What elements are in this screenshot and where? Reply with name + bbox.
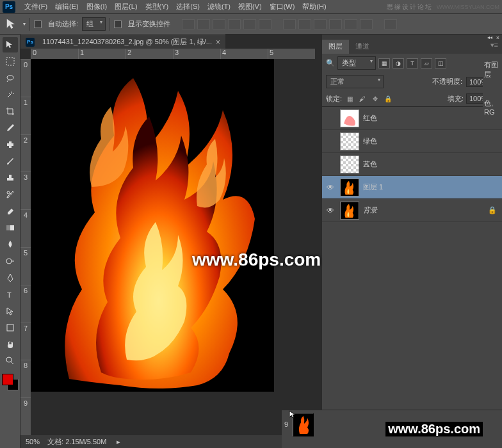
layer-row-red[interactable]: 红色 xyxy=(322,107,502,130)
marquee-tool[interactable] xyxy=(3,54,18,69)
canvas[interactable] xyxy=(31,59,274,392)
layer-thumbnail[interactable] xyxy=(340,179,359,196)
layer-row-green[interactable]: 绿色 xyxy=(322,130,502,153)
menu-select[interactable]: 选择(S) xyxy=(172,1,204,13)
menu-edit[interactable]: 编辑(E) xyxy=(51,1,83,13)
distribute-hcenter-button[interactable] xyxy=(344,19,357,29)
auto-select-dropdown[interactable]: 组 xyxy=(82,17,106,31)
visibility-toggle[interactable]: 👁 xyxy=(325,205,336,216)
menu-image[interactable]: 图像(I) xyxy=(83,1,111,13)
visibility-toggle[interactable] xyxy=(325,159,336,170)
magic-wand-tool[interactable] xyxy=(3,87,18,102)
ruler-mark: 9 xyxy=(284,420,288,428)
brush-tool[interactable] xyxy=(3,154,18,169)
menu-view[interactable]: 视图(V) xyxy=(234,1,266,13)
eye-icon: 👁 xyxy=(327,206,334,215)
svg-text:T: T xyxy=(7,291,12,299)
visibility-toggle[interactable] xyxy=(325,113,336,124)
zoom-tool[interactable] xyxy=(3,353,18,369)
move-tool[interactable] xyxy=(3,37,18,52)
layer-thumbnail[interactable] xyxy=(340,109,359,127)
blur-tool[interactable] xyxy=(3,237,18,252)
filter-type-icon[interactable]: T xyxy=(407,58,418,68)
menu-help[interactable]: 帮助(H) xyxy=(298,1,330,13)
arrange-button[interactable] xyxy=(384,19,397,29)
align-bottom-button[interactable] xyxy=(213,19,225,29)
layer-name[interactable]: 背景 xyxy=(363,205,484,215)
layer-thumbnail[interactable] xyxy=(340,156,359,173)
align-left-button[interactable] xyxy=(228,19,241,29)
opacity-label: 不透明度: xyxy=(432,77,462,86)
layer-row-layer1[interactable]: 👁 图层 1 xyxy=(322,176,502,199)
doc-size-value: 2.15M/5.50M xyxy=(65,438,106,445)
layer-name[interactable]: 蓝色 xyxy=(363,159,499,169)
stamp-tool[interactable] xyxy=(3,170,18,186)
lock-position-icon[interactable]: ✥ xyxy=(370,94,380,103)
layer-row-background[interactable]: 👁 背景 🔒 xyxy=(322,199,502,222)
shape-tool[interactable] xyxy=(3,320,18,335)
lock-transparency-icon[interactable]: ▦ xyxy=(344,94,355,103)
distribute-right-button[interactable] xyxy=(360,19,373,29)
document-title: 11074431_122403780263_2.jpg @ 50% (图层 1,… xyxy=(42,37,212,47)
doc-icon: Ps xyxy=(26,38,35,47)
tab-layers[interactable]: 图层 xyxy=(322,40,349,54)
chevron-down-icon[interactable]: ▾ xyxy=(23,21,26,27)
foreground-color[interactable] xyxy=(2,374,13,385)
blend-mode-dropdown[interactable]: 正常 xyxy=(326,75,384,88)
crop-tool[interactable] xyxy=(3,104,18,119)
filter-smart-icon[interactable]: ◫ xyxy=(435,58,446,68)
layer-name[interactable]: 图层 1 xyxy=(363,182,499,192)
filter-kind-dropdown[interactable]: 类型 xyxy=(337,56,376,70)
filter-pixel-icon[interactable]: ▦ xyxy=(378,58,390,68)
align-hcenter-button[interactable] xyxy=(243,19,256,29)
menu-file[interactable]: 文件(F) xyxy=(20,1,51,13)
distribute-top-button[interactable] xyxy=(283,19,296,29)
align-vcenter-button[interactable] xyxy=(197,19,210,29)
history-brush-tool[interactable] xyxy=(3,187,18,202)
filter-adjust-icon[interactable]: ◑ xyxy=(393,58,404,68)
menu-layer[interactable]: 图层(L) xyxy=(111,1,141,13)
pen-tool[interactable] xyxy=(3,270,18,285)
layer-row-blue[interactable]: 蓝色 xyxy=(322,153,502,176)
tab-channels[interactable]: 通道 xyxy=(349,40,376,54)
gradient-tool[interactable] xyxy=(3,220,18,236)
zoom-level[interactable]: 50% xyxy=(26,438,40,445)
distribute-bottom-button[interactable] xyxy=(314,19,327,29)
path-select-tool[interactable] xyxy=(3,303,18,319)
panel-collapse-icon[interactable]: ◂◂ xyxy=(487,35,492,40)
lock-all-icon[interactable]: 🔒 xyxy=(383,94,393,103)
align-right-button[interactable] xyxy=(259,19,271,29)
layer-thumbnail[interactable] xyxy=(340,132,359,150)
eraser-tool[interactable] xyxy=(3,204,18,219)
menu-type[interactable]: 类型(Y) xyxy=(142,1,173,13)
panel-menu-icon[interactable]: ▾≡ xyxy=(487,40,502,54)
auto-select-checkbox[interactable] xyxy=(34,20,42,28)
flame-image xyxy=(31,59,274,392)
lasso-tool[interactable] xyxy=(3,70,18,86)
color-swatches[interactable] xyxy=(2,374,19,390)
chevron-right-icon[interactable]: ▸ xyxy=(117,438,120,446)
layer-name[interactable]: 绿色 xyxy=(363,136,499,146)
filter-shape-icon[interactable]: ▱ xyxy=(421,58,432,68)
document-tab[interactable]: Ps 11074431_122403780263_2.jpg @ 50% (图层… xyxy=(20,35,225,49)
visibility-toggle[interactable]: 👁 xyxy=(325,182,336,193)
healing-tool[interactable] xyxy=(3,137,18,152)
visibility-toggle[interactable] xyxy=(325,136,336,147)
separator xyxy=(109,18,110,31)
distribute-vcenter-button[interactable] xyxy=(298,19,311,29)
hand-tool[interactable] xyxy=(3,337,18,352)
eyedropper-tool[interactable] xyxy=(3,120,18,136)
align-top-button[interactable] xyxy=(182,19,195,29)
distribute-left-button[interactable] xyxy=(329,19,342,29)
menu-filter[interactable]: 滤镜(T) xyxy=(204,1,234,13)
panel-close-icon[interactable]: × xyxy=(496,35,499,40)
menu-window[interactable]: 窗口(W) xyxy=(266,1,299,13)
lock-pixels-icon[interactable]: 🖌 xyxy=(357,94,368,103)
layer-name[interactable]: 红色 xyxy=(363,113,499,123)
close-icon[interactable]: × xyxy=(216,38,220,47)
layer-thumbnail[interactable] xyxy=(340,202,359,220)
dodge-tool[interactable] xyxy=(3,253,18,269)
type-tool[interactable]: T xyxy=(3,287,18,302)
app-logo: Ps xyxy=(3,1,15,13)
show-transform-checkbox[interactable] xyxy=(114,20,122,28)
